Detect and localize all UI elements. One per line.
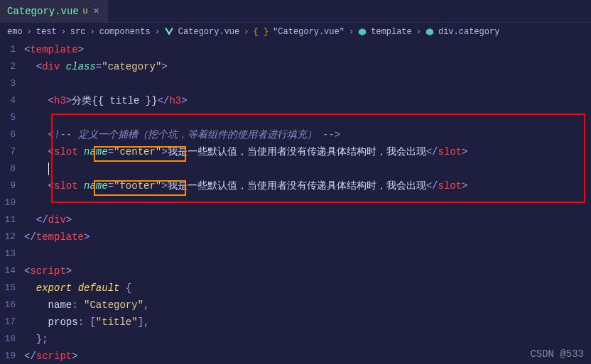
code-line (24, 194, 591, 211)
code-line: </template> (24, 228, 591, 246)
code-line (24, 246, 591, 263)
code-line (24, 109, 591, 126)
code-line: </script> (24, 348, 591, 364)
tab-bar: Category.vue U × (0, 0, 591, 23)
code-line: }; (24, 331, 591, 348)
breadcrumb-item[interactable]: "Category.vue" (273, 27, 345, 37)
code-line: <!-- 定义一个插槽（挖个坑，等着组件的使用者进行填充） --> (24, 126, 591, 143)
code-line (24, 160, 591, 177)
close-icon[interactable]: × (92, 6, 100, 17)
breadcrumb-item[interactable]: emo (7, 27, 23, 37)
chevron-right-icon: › (61, 27, 66, 37)
code-line: <slot name="center">我是一些默认值，当使用者没有传递具体结构… (24, 143, 591, 160)
breadcrumb-item[interactable]: test (36, 27, 57, 37)
cube-icon (425, 28, 434, 36)
breadcrumb-item[interactable]: template (371, 27, 412, 37)
file-tab[interactable]: Category.vue U × (0, 0, 108, 22)
code-area[interactable]: <template> <div class="category"> <h3>分类… (24, 41, 591, 364)
code-line: <h3>分类{{ title }}</h3> (24, 92, 591, 109)
line-number-gutter: 12345678910111213141516171819 (0, 41, 24, 364)
code-line: name: "Category", (24, 297, 591, 314)
code-line: props: ["title"], (24, 314, 591, 331)
tab-modified-indicator: U (83, 7, 88, 16)
breadcrumb-item[interactable]: div.category (438, 27, 499, 37)
tab-filename: Category.vue (7, 6, 79, 17)
breadcrumb-item[interactable]: src (70, 27, 86, 37)
cube-icon (358, 28, 367, 36)
breadcrumb-item[interactable]: components (99, 27, 151, 37)
code-line: <template> (24, 41, 591, 58)
watermark: CSDN @533 (530, 348, 584, 360)
code-line: <slot name="footer">我是一些默认值，当使用者没有传递具体结构… (24, 177, 591, 194)
vue-icon (164, 27, 174, 37)
code-line: export default { (24, 280, 591, 297)
chevron-right-icon: › (349, 27, 354, 37)
chevron-right-icon: › (155, 27, 160, 37)
chevron-right-icon: › (244, 27, 249, 37)
code-line: <script> (24, 263, 591, 280)
breadcrumb[interactable]: emo › test › src › components › Category… (0, 23, 591, 41)
braces-icon: { } (253, 27, 269, 37)
code-line: </div> (24, 211, 591, 228)
text-cursor (48, 162, 49, 175)
code-line: <div class="category"> (24, 58, 591, 75)
code-editor[interactable]: 12345678910111213141516171819 <template>… (0, 41, 591, 364)
code-line (24, 75, 591, 92)
chevron-right-icon: › (90, 27, 94, 37)
chevron-right-icon: › (27, 27, 32, 37)
breadcrumb-item[interactable]: Category.vue (178, 27, 239, 37)
chevron-right-icon: › (416, 27, 421, 37)
